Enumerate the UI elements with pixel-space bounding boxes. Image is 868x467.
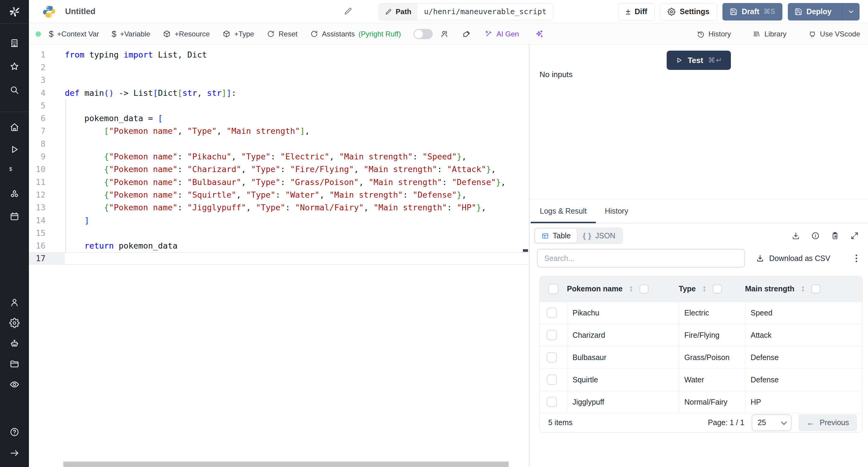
column-filter-checkbox[interactable] bbox=[811, 284, 820, 293]
assistants-toggle[interactable] bbox=[413, 29, 433, 39]
sidebar-item-star[interactable] bbox=[7, 59, 22, 74]
sidebar-item-gear[interactable] bbox=[7, 316, 22, 330]
sidebar-item-building[interactable] bbox=[7, 36, 22, 50]
sidebar-item-calendar[interactable] bbox=[7, 209, 22, 223]
code-line-14[interactable]: 14 ] bbox=[29, 214, 529, 226]
code-line-5[interactable]: 5 bbox=[29, 99, 529, 112]
toolbar-variable[interactable]: $+Variable bbox=[112, 29, 150, 39]
code-line-6[interactable]: 6 pokemon_data = [ bbox=[29, 112, 529, 124]
toolbar-item-label: Assistants bbox=[322, 30, 355, 38]
python-icon bbox=[42, 5, 56, 19]
tab-history[interactable]: History bbox=[596, 199, 638, 223]
line-number: 16 bbox=[29, 239, 65, 252]
view-json-button[interactable]: { } JSON bbox=[577, 229, 621, 243]
info-icon[interactable] bbox=[811, 231, 820, 240]
toolbar-history[interactable]: History bbox=[697, 30, 731, 38]
format-brush-icon[interactable] bbox=[462, 30, 471, 38]
path-value[interactable]: u/henri/maneuverable_script bbox=[417, 4, 553, 20]
deploy-button[interactable]: Deploy bbox=[788, 3, 860, 21]
draft-button[interactable]: Draft ⌘S bbox=[722, 3, 782, 21]
sidebar-item-eye[interactable] bbox=[7, 377, 22, 392]
expand-icon[interactable] bbox=[850, 231, 859, 240]
row-checkbox[interactable] bbox=[547, 397, 557, 407]
column-filter-checkbox[interactable] bbox=[640, 284, 649, 293]
table-menu-kebab[interactable] bbox=[854, 253, 859, 264]
sidebar-item-home[interactable] bbox=[7, 120, 22, 134]
code-line-11[interactable]: 11 {"Pokemon name": "Bulbasaur", "Type":… bbox=[29, 176, 529, 188]
sidebar-item-user[interactable] bbox=[7, 295, 22, 310]
edit-title-pencil-icon[interactable] bbox=[344, 7, 352, 17]
select-all-checkbox[interactable] bbox=[548, 284, 558, 294]
toolbar-context-var[interactable]: $+Context Var bbox=[49, 29, 99, 39]
sidebar-item-arrow-right[interactable] bbox=[7, 446, 22, 460]
code-line-9[interactable]: 9 {"Pokemon name": "Pikachu", "Type": "E… bbox=[29, 150, 529, 163]
search-input[interactable] bbox=[537, 249, 745, 268]
column-filter-checkbox[interactable] bbox=[713, 284, 722, 293]
row-checkbox[interactable] bbox=[547, 330, 557, 340]
row-checkbox[interactable] bbox=[547, 308, 557, 318]
line-number: 7 bbox=[29, 125, 65, 137]
toolbar-resource[interactable]: +Resource bbox=[163, 30, 210, 38]
test-button[interactable]: Test ⌘↵ bbox=[667, 51, 731, 70]
code-line-15[interactable]: 15 bbox=[29, 226, 529, 239]
inputs-section: Test ⌘↵ No inputs bbox=[530, 44, 868, 199]
toolbar-type[interactable]: +Type bbox=[222, 30, 254, 38]
sidebar-item-search[interactable] bbox=[7, 83, 22, 97]
sort-icon[interactable] bbox=[799, 285, 807, 292]
toolbar-use-vscode[interactable]: Use VScode bbox=[808, 30, 860, 38]
previous-page-button[interactable]: ← Previous bbox=[799, 414, 857, 431]
diff-button[interactable]: ± Diff bbox=[618, 3, 655, 21]
row-checkbox[interactable] bbox=[547, 352, 557, 363]
users-icon[interactable] bbox=[440, 30, 449, 38]
windmill-logo[interactable] bbox=[0, 0, 29, 24]
code-line-17[interactable]: 17 bbox=[29, 252, 529, 265]
sort-icon[interactable] bbox=[701, 285, 708, 292]
tab-logs-result[interactable]: Logs & Result bbox=[531, 199, 596, 223]
code-text: ] bbox=[65, 216, 89, 225]
editor-horizontal-scrollbar[interactable] bbox=[63, 462, 509, 467]
code-text: return pokemon_data bbox=[65, 241, 178, 250]
page-indicator: Page: 1 / 1 bbox=[708, 418, 744, 427]
code-line-3[interactable]: 3 bbox=[29, 74, 529, 87]
sidebar-item-cubes[interactable] bbox=[7, 187, 22, 201]
sidebar-item-dollar[interactable]: $ bbox=[7, 164, 22, 179]
download-result-icon[interactable] bbox=[792, 231, 800, 240]
arrow-left-icon: ← bbox=[807, 418, 815, 427]
code-text: {"Pokemon name": "Bulbasaur", "Type": "G… bbox=[65, 178, 506, 187]
package-icon bbox=[222, 30, 230, 38]
download-csv-button[interactable]: Download as CSV bbox=[756, 254, 830, 263]
code-line-10[interactable]: 10 {"Pokemon name": "Charizard", "Type":… bbox=[29, 163, 529, 176]
code-line-12[interactable]: 12 {"Pokemon name": "Squirtle", "Type": … bbox=[29, 188, 529, 201]
code-line-1[interactable]: 1from typing import List, Dict bbox=[29, 48, 529, 61]
row-checkbox[interactable] bbox=[547, 374, 557, 385]
toolbar-library[interactable]: Library bbox=[752, 30, 786, 38]
code-line-16[interactable]: 16 return pokemon_data bbox=[29, 239, 529, 252]
view-table-button[interactable]: Table bbox=[535, 229, 577, 243]
copy-result-icon[interactable] bbox=[831, 231, 839, 240]
code-editor[interactable]: 1from typing import List, Dict234def mai… bbox=[29, 44, 529, 467]
sidebar-item-play[interactable] bbox=[7, 142, 22, 157]
line-number: 10 bbox=[29, 163, 65, 176]
code-line-8[interactable]: 8 bbox=[29, 137, 529, 150]
toolbar-assistants[interactable]: Assistants(Pyright Ruff) bbox=[310, 30, 401, 38]
result-actions bbox=[792, 231, 859, 240]
sidebar-item-folder[interactable] bbox=[7, 357, 22, 371]
toolbar-reset[interactable]: Reset bbox=[267, 30, 298, 38]
table-cell: Normal/Fairy bbox=[679, 391, 745, 413]
sort-icon[interactable] bbox=[627, 285, 635, 292]
sidebar-item-robot[interactable] bbox=[7, 336, 22, 351]
table-cell: Electric bbox=[679, 302, 745, 324]
code-line-2[interactable]: 2 bbox=[29, 61, 529, 73]
sidebar-item-help[interactable] bbox=[7, 425, 22, 439]
package-icon bbox=[163, 30, 171, 38]
code-line-4[interactable]: 4def main() -> List[Dict[str, str]]: bbox=[29, 87, 529, 99]
code-line-13[interactable]: 13 {"Pokemon name": "Jigglypuff", "Type"… bbox=[29, 201, 529, 214]
code-line-7[interactable]: 7 ["Pokemon name", "Type", "Main strengt… bbox=[29, 125, 529, 137]
ai-gen-button[interactable]: AI Gen bbox=[485, 30, 519, 38]
code-text: {"Pokemon name": "Jigglypuff", "Type": "… bbox=[65, 203, 486, 212]
deploy-dropdown-caret[interactable] bbox=[842, 3, 860, 21]
page-size-select[interactable]: 25 bbox=[752, 414, 792, 431]
path-field[interactable]: Path u/henri/maneuverable_script bbox=[378, 3, 553, 20]
sparkles-icon[interactable] bbox=[535, 30, 544, 38]
settings-button[interactable]: Settings bbox=[660, 3, 717, 21]
